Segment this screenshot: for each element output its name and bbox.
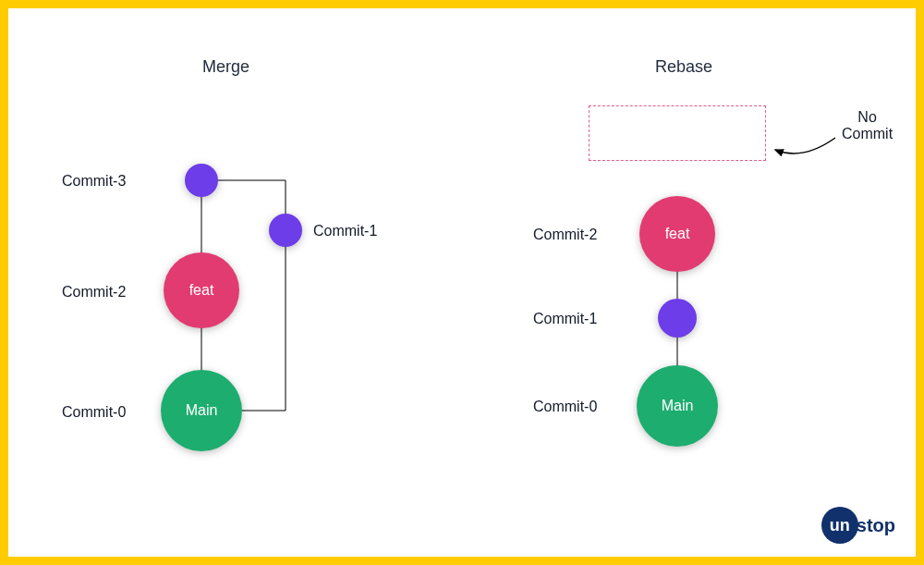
- merge-commit1-label: Commit-1: [313, 223, 377, 240]
- rebase-commit1-node: [658, 299, 697, 338]
- logo-ball: un: [821, 507, 858, 544]
- rebase-commit2-label: Commit-2: [533, 227, 597, 243]
- merge-feat-label: feat: [189, 282, 214, 299]
- merge-commit3-label: Commit-3: [62, 173, 126, 190]
- merge-commit2-label: Commit-2: [62, 284, 126, 301]
- logo-rest: stop: [857, 515, 895, 536]
- rebase-no-commit-box: [589, 105, 766, 161]
- diagram-frame: Merge Rebase feat Main Commit-3 Commit-1…: [0, 0, 924, 565]
- merge-commit1-node: [269, 214, 302, 247]
- merge-commit3-node: [185, 164, 218, 197]
- merge-title: Merge: [202, 57, 249, 77]
- merge-commit0-label: Commit-0: [62, 404, 126, 421]
- connector-lines: [8, 8, 916, 557]
- merge-main-node: Main: [161, 370, 242, 451]
- rebase-title: Rebase: [655, 57, 712, 77]
- rebase-feat-label: feat: [665, 226, 690, 242]
- rebase-main-node: Main: [637, 365, 718, 447]
- rebase-commit1-label: Commit-1: [533, 311, 597, 327]
- rebase-main-label: Main: [662, 398, 694, 414]
- merge-feat-node: feat: [164, 252, 239, 328]
- merge-main-label: Main: [186, 402, 218, 419]
- rebase-commit0-label: Commit-0: [533, 399, 597, 415]
- rebase-no-commit-label: No Commit: [842, 109, 893, 142]
- unstop-logo: un stop: [821, 507, 895, 544]
- rebase-feat-node: feat: [639, 196, 715, 272]
